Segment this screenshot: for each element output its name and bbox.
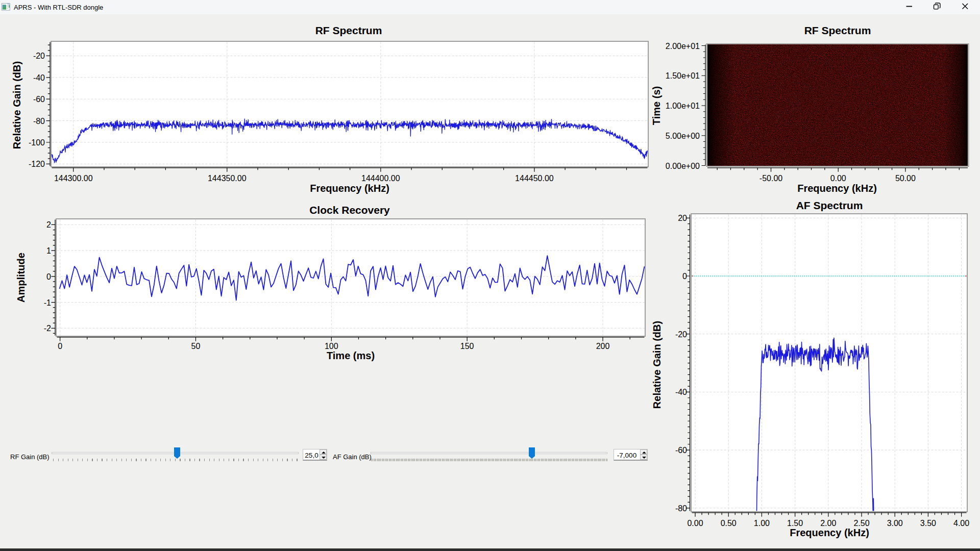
svg-text:-100: -100 [29,138,45,147]
svg-text:2: 2 [46,220,51,229]
svg-text:-80: -80 [33,117,45,126]
svg-text:5.00e+00: 5.00e+00 [666,132,700,140]
svg-text:-60: -60 [675,446,687,455]
svg-text:-50.00: -50.00 [760,174,782,183]
svg-text:Time (s): Time (s) [651,86,662,125]
svg-text:100: 100 [325,342,338,350]
svg-text:3.50: 3.50 [920,519,936,528]
svg-text:-60: -60 [33,95,45,104]
svg-text:2.00: 2.00 [820,519,836,528]
svg-text:-40: -40 [33,73,45,82]
svg-text:0.00: 0.00 [830,174,846,183]
svg-text:AF Spectrum: AF Spectrum [796,199,863,211]
svg-text:-40: -40 [675,388,687,396]
svg-text:-120: -120 [29,160,45,168]
svg-text:144450.00: 144450.00 [515,174,554,183]
svg-text:0.00e+00: 0.00e+00 [666,162,700,170]
svg-text:20: 20 [678,214,687,222]
svg-text:-20: -20 [675,330,687,339]
svg-text:1: 1 [46,246,51,255]
svg-text:200: 200 [596,342,610,350]
svg-text:Frequency (kHz): Frequency (kHz) [797,183,877,194]
svg-text:Time (ms): Time (ms) [327,350,375,361]
svg-text:1.50e+01: 1.50e+01 [666,71,700,80]
svg-text:2.50: 2.50 [853,519,869,528]
svg-text:50.00: 50.00 [895,174,916,183]
svg-text:50: 50 [191,342,201,350]
svg-text:3.00: 3.00 [887,519,903,528]
svg-text:Clock Recovery: Clock Recovery [309,204,390,216]
svg-text:-1: -1 [44,298,51,307]
svg-text:RF Spectrum: RF Spectrum [315,24,382,36]
svg-text:RF Spectrum: RF Spectrum [804,24,871,36]
svg-text:0.50: 0.50 [721,519,737,528]
svg-text:0.00: 0.00 [687,519,703,528]
svg-text:4.00: 4.00 [953,519,969,528]
svg-text:Relative Gain (dB): Relative Gain (dB) [651,321,663,409]
svg-text:-2: -2 [44,324,51,333]
svg-text:-20: -20 [33,52,45,60]
svg-text:Frequency (kHz): Frequency (kHz) [310,183,389,194]
svg-text:Frequency (kHz): Frequency (kHz) [790,527,869,538]
svg-text:0: 0 [682,272,687,281]
svg-text:2.00e+01: 2.00e+01 [666,42,700,51]
svg-text:0: 0 [46,272,51,281]
svg-text:1.00: 1.00 [754,519,770,528]
svg-text:1.50: 1.50 [787,519,803,528]
svg-text:-80: -80 [675,504,687,513]
svg-text:144350.00: 144350.00 [208,174,247,183]
svg-text:150: 150 [460,342,474,350]
svg-text:Amplitude: Amplitude [15,253,27,303]
svg-text:Relative Gain (dB): Relative Gain (dB) [11,61,22,149]
svg-text:144300.00: 144300.00 [54,174,93,183]
svg-text:0: 0 [58,342,62,350]
svg-text:1.00e+01: 1.00e+01 [666,102,700,110]
svg-text:144400.00: 144400.00 [361,174,400,183]
